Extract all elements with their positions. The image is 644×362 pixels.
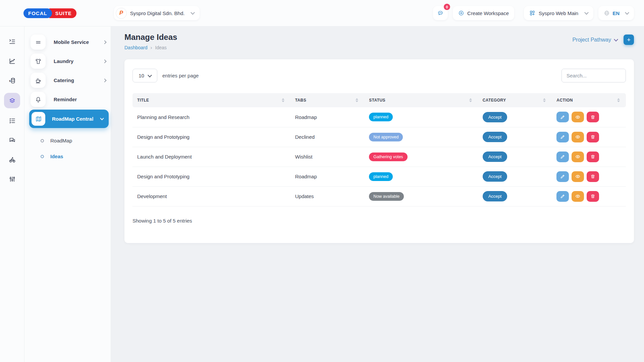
coffee-cup-icon	[31, 73, 46, 88]
rail-messages-icon[interactable]	[5, 133, 19, 147]
row-title: Development	[137, 193, 167, 199]
row-tab: Declined	[295, 134, 315, 140]
sidebar-item-mobile-service[interactable]: Mobile Service	[31, 35, 106, 50]
table-body: Planning and ResearchRoadmapplannedAccep…	[132, 107, 626, 206]
delete-button[interactable]	[587, 132, 599, 142]
rail-bike-icon[interactable]	[5, 153, 19, 167]
chat-button[interactable]: 0	[433, 6, 448, 20]
rail-layers-icon[interactable]	[4, 93, 20, 108]
view-button[interactable]	[572, 152, 584, 162]
rail-analytics-icon[interactable]	[5, 54, 19, 68]
category-accept-button[interactable]: Accept	[483, 152, 507, 162]
rail-task-list-icon[interactable]	[5, 35, 19, 49]
edit-button[interactable]	[556, 152, 569, 162]
view-button[interactable]	[572, 171, 584, 182]
eye-icon	[575, 154, 580, 159]
view-button[interactable]	[572, 191, 584, 202]
sidebar-subitem-label: Ideas	[50, 154, 63, 159]
sort-carets-icon[interactable]	[543, 98, 546, 102]
language-code: EN	[612, 10, 620, 16]
bullet-circle-icon	[41, 155, 44, 158]
icon-rail: $	[0, 26, 24, 362]
row-tab: Updates	[295, 193, 314, 199]
column-header-status[interactable]: STATUS	[364, 93, 478, 107]
row-actions	[556, 152, 621, 162]
edit-button[interactable]	[556, 191, 569, 202]
menu-lines-icon	[31, 35, 46, 50]
sidebar-item-label: RoadMap Central	[52, 116, 93, 122]
edit-button[interactable]	[556, 171, 569, 182]
workspace-name: Syspro Web Main	[539, 10, 578, 16]
status-badge: Not approved	[369, 133, 403, 141]
rail-finance-icon[interactable]: $	[5, 73, 19, 87]
row-tab: Wishlist	[295, 154, 313, 160]
category-accept-button[interactable]: Accept	[483, 191, 507, 201]
status-badge: planned	[369, 113, 393, 121]
ideas-table: TITLETABSSTATUSCATEGORYACTION Planning a…	[132, 93, 626, 206]
chevron-down-icon	[614, 37, 618, 42]
chevron-down-icon	[100, 116, 104, 120]
breadcrumb-current: Ideas	[155, 45, 167, 50]
pencil-icon	[560, 154, 565, 159]
sort-carets-icon[interactable]	[469, 98, 472, 102]
language-selector[interactable]: EN	[598, 6, 634, 20]
plus-circle-icon	[458, 10, 464, 16]
breadcrumb-separator-icon: ›	[151, 45, 152, 50]
project-pathway-dropdown[interactable]: Project Pathway	[572, 37, 618, 43]
column-header-tabs[interactable]: TABS	[290, 93, 365, 107]
create-workspace-button[interactable]: Create Workspace	[453, 6, 514, 20]
sort-carets-icon[interactable]	[356, 98, 358, 102]
sidebar-item-label: Laundry	[54, 58, 73, 64]
sort-carets-icon[interactable]	[617, 98, 620, 102]
delete-button[interactable]	[587, 191, 599, 202]
add-idea-button[interactable]: +	[624, 35, 634, 45]
rail-checklist-icon[interactable]	[5, 114, 19, 128]
sidebar-item-reminder[interactable]: Reminder	[31, 92, 106, 107]
status-badge: Now available	[369, 192, 404, 201]
column-header-label: TABS	[295, 98, 306, 103]
column-header-label: STATUS	[369, 98, 385, 103]
search-input[interactable]	[561, 69, 626, 82]
sidebar-item-laundry[interactable]: Laundry	[31, 54, 106, 69]
trash-icon	[590, 174, 595, 179]
view-button[interactable]	[572, 132, 584, 142]
sidebar-subitem-ideas[interactable]: Ideas	[24, 148, 111, 164]
app-logo: FOCAL SUITE	[23, 8, 76, 18]
create-workspace-label: Create Workspace	[467, 10, 509, 16]
delete-button[interactable]	[587, 171, 599, 182]
company-selector[interactable]: P Syspro Digital Sdn. Bhd.	[114, 6, 200, 20]
column-header-title[interactable]: TITLE	[132, 93, 290, 107]
column-header-label: CATEGORY	[483, 98, 506, 103]
column-header-action[interactable]: ACTION	[552, 93, 626, 107]
entries-per-page-label: entries per page	[162, 73, 199, 78]
chevron-down-icon	[191, 10, 195, 15]
sidebar-item-roadmap-central[interactable]: RoadMap Central	[29, 110, 109, 128]
edit-button[interactable]	[556, 132, 569, 142]
column-header-label: ACTION	[556, 98, 573, 103]
svg-text:$: $	[9, 79, 11, 82]
category-accept-button[interactable]: Accept	[483, 171, 507, 182]
delete-button[interactable]	[587, 152, 599, 162]
category-accept-button[interactable]: Accept	[483, 112, 507, 122]
company-avatar: P	[116, 8, 127, 19]
column-header-category[interactable]: CATEGORY	[478, 93, 552, 107]
entries-per-page-select[interactable]: 10	[132, 69, 157, 82]
sort-carets-icon[interactable]	[282, 98, 284, 102]
view-button[interactable]	[572, 112, 584, 122]
logo-focal: FOCAL	[23, 8, 52, 18]
eye-icon	[575, 115, 580, 120]
breadcrumb: Dashboard › Ideas	[124, 45, 177, 50]
sidebar-item-label: Catering	[54, 77, 74, 83]
delete-button[interactable]	[587, 112, 599, 122]
chevron-down-icon	[625, 10, 629, 15]
category-accept-button[interactable]: Accept	[483, 132, 507, 142]
bullet-circle-icon	[41, 139, 44, 142]
rail-settings-sliders-icon[interactable]	[5, 172, 19, 186]
breadcrumb-dashboard-link[interactable]: Dashboard	[124, 45, 148, 50]
sidebar-item-catering[interactable]: Catering	[31, 73, 106, 88]
sidebar: Mobile Service Laundry Catering Reminder	[24, 26, 111, 362]
sidebar-subitem-roadmap[interactable]: RoadMap	[24, 133, 111, 148]
workspace-selector[interactable]: Syspro Web Main	[524, 6, 593, 20]
edit-button[interactable]	[556, 112, 569, 122]
map-icon	[32, 112, 45, 126]
